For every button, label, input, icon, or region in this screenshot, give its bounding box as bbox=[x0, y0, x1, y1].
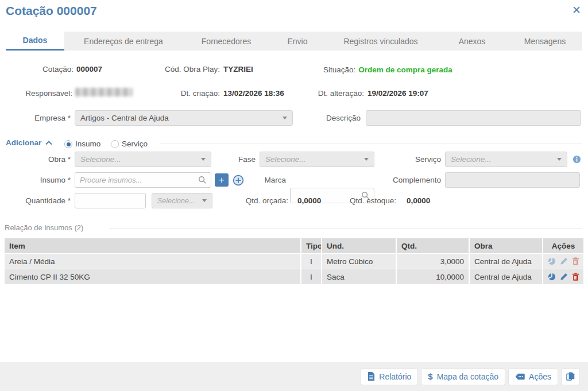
mapa-da-cotacao-button[interactable]: $ Mapa da cotação bbox=[421, 368, 505, 385]
mapa-da-cotacao-button-label: Mapa da cotação bbox=[437, 372, 498, 381]
tab-dados[interactable]: Dados bbox=[6, 32, 64, 51]
fase-label: Fase bbox=[219, 152, 256, 167]
situacao-highlight-box: Situação: Ordem de compra gerada bbox=[317, 59, 469, 80]
relatorio-button[interactable]: Relatório bbox=[361, 368, 418, 385]
search-icon bbox=[198, 176, 207, 184]
radio-servico[interactable]: Serviço bbox=[111, 138, 148, 149]
insumos-table: Item Tipo Und. Qtd. Obra Ações Areia / M… bbox=[5, 238, 583, 285]
dt-criacao-label: Dt. criação: bbox=[161, 89, 220, 98]
relatorio-button-label: Relatório bbox=[379, 372, 411, 381]
unidade-placeholder: Selecione... bbox=[157, 197, 195, 205]
tab-bar: Dados Endereços de entrega Fornecedores … bbox=[6, 32, 582, 51]
add-insumo-button[interactable]: + bbox=[215, 173, 229, 187]
tab-mensagens[interactable]: Mensagens bbox=[508, 32, 582, 51]
servico-select[interactable]: Selecione... bbox=[445, 152, 567, 167]
descricao-input[interactable] bbox=[366, 110, 581, 126]
tab-enderecos-de-entrega[interactable]: Endereços de entrega bbox=[64, 32, 183, 51]
cod-obra-play-label: Cód. Obra Play: bbox=[161, 65, 220, 73]
divider bbox=[109, 228, 582, 229]
dollar-icon: $ bbox=[428, 371, 432, 381]
insumo-label: Insumo * bbox=[0, 172, 71, 188]
table-row: Cimento CP II 32 50KG I Saca 10,0000 Cen… bbox=[5, 269, 583, 285]
cell-tipo: I bbox=[301, 269, 322, 285]
column-header-acoes: Ações bbox=[543, 238, 583, 254]
cod-obra-play-value: TYZRIEI bbox=[223, 65, 253, 73]
quantidade-label: Quantidade * bbox=[0, 193, 71, 208]
copy-button[interactable] bbox=[561, 368, 580, 385]
dt-criacao-value: 13/02/2026 18:36 bbox=[223, 89, 284, 98]
qtd-orcada-label: Qtd. orçada: bbox=[218, 196, 288, 205]
cell-item: Areia / Média bbox=[5, 254, 301, 269]
responsavel-label: Responsável: bbox=[17, 89, 72, 98]
unidade-select[interactable]: Selecione... bbox=[152, 193, 212, 208]
row-actions bbox=[548, 273, 579, 281]
info-icon[interactable] bbox=[572, 155, 581, 164]
cell-item: Cimento CP II 32 50KG bbox=[5, 269, 301, 285]
cotacao-value: 000007 bbox=[76, 65, 102, 73]
table-row: Areia / Média I Metro Cúbico 3,0000 Cent… bbox=[5, 254, 583, 269]
adicionar-toggle[interactable]: Adicionar bbox=[6, 138, 52, 147]
radio-servico-label: Serviço bbox=[122, 140, 148, 148]
cell-obra: Central de Ajuda bbox=[469, 269, 543, 285]
descricao-label: Descrição bbox=[287, 110, 361, 126]
qtd-estoque-label: Qtd. estoque: bbox=[322, 196, 396, 205]
qtd-orcada-value: 0,0000 bbox=[297, 196, 321, 205]
column-header-tipo: Tipo bbox=[301, 238, 322, 254]
copy-icon bbox=[566, 372, 575, 381]
responsavel-value-redacted bbox=[75, 88, 133, 96]
row-actions bbox=[548, 257, 579, 265]
edit-pencil-icon[interactable] bbox=[560, 273, 568, 281]
acoes-button[interactable]: Ações bbox=[508, 368, 558, 385]
quote-distribution-icon[interactable] bbox=[548, 273, 556, 281]
qtd-estoque-value: 0,0000 bbox=[407, 196, 430, 205]
dt-alteracao-value: 19/02/2026 19:07 bbox=[368, 89, 428, 98]
fase-placeholder: Selecione... bbox=[265, 155, 306, 164]
cell-und: Metro Cúbico bbox=[322, 254, 396, 269]
column-header-und: Und. bbox=[322, 238, 396, 254]
cell-obra: Central de Ajuda bbox=[469, 254, 543, 269]
obra-label: Obra * bbox=[0, 152, 71, 167]
servico-label: Serviço bbox=[356, 152, 441, 167]
radio-unselected-icon bbox=[111, 140, 119, 148]
cell-tipo: I bbox=[301, 254, 322, 269]
tag-icon bbox=[515, 373, 525, 380]
footer-bar: Relatório $ Mapa da cotação Ações bbox=[0, 362, 588, 391]
tab-anexos[interactable]: Anexos bbox=[436, 32, 508, 51]
edit-pencil-icon bbox=[560, 257, 568, 265]
chevron-down-icon bbox=[557, 158, 562, 161]
cotacao-label: Cotação: bbox=[23, 65, 74, 73]
radio-selected-icon bbox=[64, 140, 72, 148]
servico-placeholder: Selecione... bbox=[451, 155, 492, 164]
adicionar-label: Adicionar bbox=[6, 138, 41, 147]
chevron-down-icon bbox=[202, 199, 207, 202]
cell-qtd: 10,0000 bbox=[396, 269, 469, 285]
acoes-button-label: Ações bbox=[529, 372, 551, 381]
situacao-status-badge: Ordem de compra gerada bbox=[358, 65, 452, 74]
insumo-search-input[interactable] bbox=[75, 172, 211, 188]
column-header-item: Item bbox=[5, 238, 301, 254]
obra-placeholder: Selecione... bbox=[80, 155, 121, 164]
obra-select[interactable]: Selecione... bbox=[75, 152, 211, 167]
tab-registros-vinculados[interactable]: Registros vinculados bbox=[325, 32, 436, 51]
divider bbox=[160, 144, 582, 144]
tab-fornecedores[interactable]: Fornecedores bbox=[183, 32, 270, 51]
empresa-select[interactable]: Artigos - Central de Ajuda bbox=[75, 110, 293, 126]
column-header-obra: Obra bbox=[469, 238, 543, 254]
complemento-input[interactable] bbox=[445, 172, 580, 188]
quote-distribution-icon bbox=[548, 257, 556, 265]
empresa-selected-value: Artigos - Central de Ajuda bbox=[80, 114, 169, 122]
delete-trash-icon[interactable] bbox=[572, 273, 579, 281]
radio-insumo[interactable]: Insumo bbox=[64, 138, 100, 149]
delete-trash-icon bbox=[572, 257, 579, 265]
quantidade-input[interactable] bbox=[75, 193, 146, 208]
circle-plus-icon[interactable] bbox=[233, 175, 244, 186]
cotacao-dialog: Cotação 000007 ✕ Dados Endereços de entr… bbox=[0, 0, 588, 391]
marca-label: Marca bbox=[247, 172, 286, 188]
dt-alteracao-label: Dt. alteração: bbox=[310, 89, 364, 98]
chevron-down-icon bbox=[283, 117, 287, 119]
tab-envio[interactable]: Envio bbox=[270, 32, 325, 51]
radio-insumo-label: Insumo bbox=[75, 140, 100, 148]
complemento-label: Complemento bbox=[356, 172, 441, 188]
close-icon[interactable]: ✕ bbox=[572, 5, 581, 16]
report-file-icon bbox=[368, 372, 375, 381]
